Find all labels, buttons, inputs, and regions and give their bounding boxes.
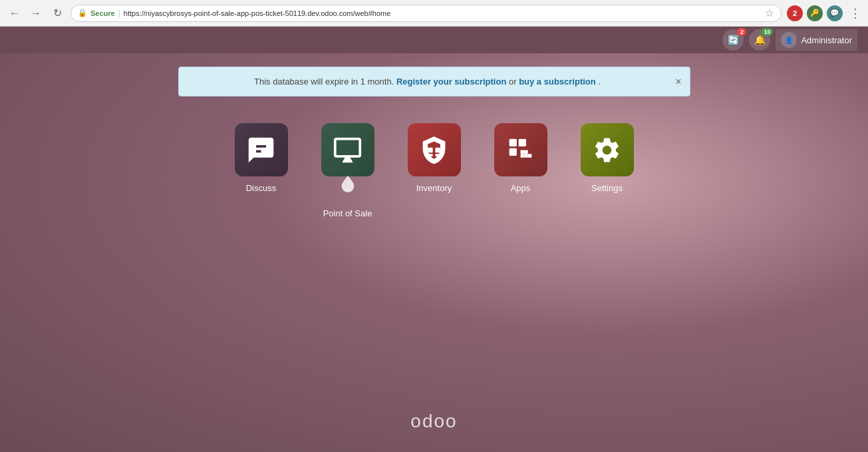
svg-rect-6 — [509, 148, 517, 155]
notification-or: or — [509, 77, 519, 87]
buy-subscription-link[interactable]: buy a subscription — [519, 77, 596, 87]
svg-rect-5 — [519, 138, 526, 146]
svg-rect-1 — [435, 147, 440, 152]
register-subscription-link[interactable]: Register your subscription — [396, 77, 506, 87]
inventory-label: Inventory — [416, 183, 452, 193]
svg-rect-3 — [435, 154, 440, 156]
droplet-svg — [337, 174, 359, 195]
svg-rect-11 — [521, 150, 525, 154]
forward-button[interactable]: → — [28, 5, 44, 21]
update-badge: 2 — [737, 28, 746, 36]
app-apps[interactable]: Apps — [488, 123, 554, 193]
admin-menu[interactable]: 👤 Administrator — [776, 29, 857, 51]
browser-extensions: 2 🔑 💬 ⋮ — [787, 5, 861, 21]
odoo-footer: odoo — [410, 411, 457, 432]
svg-rect-9 — [524, 154, 528, 158]
pos-svg — [333, 135, 362, 165]
apps-svg — [506, 135, 535, 165]
pos-wrapper — [321, 123, 374, 176]
browser-chrome: ← → ↻ 🔒 Secure | https://niyascybrosys-p… — [0, 0, 868, 27]
svg-rect-4 — [509, 138, 517, 146]
pos-label: Point of Sale — [323, 208, 372, 218]
odoo-topbar: 🔄 2 🔔 10 👤 Administrator — [0, 27, 868, 53]
close-banner-button[interactable]: × — [675, 76, 681, 88]
url-text: https://niyascybrosys-point-of-sale-app-… — [124, 9, 391, 17]
app-pos[interactable]: Point of Sale — [315, 123, 381, 218]
apps-grid: Discuss Point of Sale — [228, 123, 641, 218]
secure-label: Secure — [90, 9, 115, 17]
bookmark-button[interactable]: ☆ — [765, 7, 774, 19]
apps-label: Apps — [511, 183, 531, 193]
apps-icon — [494, 123, 547, 176]
notification-banner: This database will expire in 1 month. Re… — [178, 67, 690, 97]
svg-rect-7 — [524, 150, 528, 154]
extension-2[interactable]: 🔑 — [807, 5, 823, 21]
notification-icon[interactable]: 🔔 10 — [749, 29, 770, 51]
extension-1[interactable]: 2 — [787, 5, 803, 21]
refresh-button[interactable]: ↻ — [49, 5, 65, 21]
update-icon[interactable]: 🔄 2 — [722, 29, 744, 51]
admin-label: Administrator — [801, 35, 852, 45]
notification-period: . — [598, 77, 601, 87]
svg-rect-8 — [528, 154, 532, 158]
odoo-logo: odoo — [410, 411, 457, 432]
browser-menu-button[interactable]: ⋮ — [849, 6, 861, 21]
svg-rect-0 — [428, 147, 433, 152]
extension-3[interactable]: 💬 — [827, 5, 843, 21]
svg-rect-10 — [521, 154, 525, 158]
separator: | — [118, 9, 120, 18]
inventory-icon — [408, 123, 461, 176]
lock-icon: 🔒 — [78, 9, 87, 17]
discuss-icon — [235, 123, 288, 176]
notification-text-before: This database will expire in 1 month. — [254, 77, 394, 87]
discuss-svg — [246, 135, 276, 165]
notification-badge: 10 — [761, 28, 773, 36]
app-settings[interactable]: Settings — [574, 123, 641, 193]
settings-svg — [592, 135, 622, 165]
svg-rect-2 — [428, 154, 433, 156]
settings-label: Settings — [591, 183, 623, 193]
admin-avatar: 👤 — [781, 32, 797, 48]
pos-sub-icon — [337, 174, 359, 195]
settings-icon — [581, 123, 634, 176]
back-button[interactable]: ← — [7, 5, 23, 21]
app-inventory[interactable]: Inventory — [401, 123, 468, 193]
discuss-label: Discuss — [246, 183, 277, 193]
address-bar[interactable]: 🔒 Secure | https://niyascybrosys-point-o… — [71, 5, 782, 22]
main-content: This database will expire in 1 month. Re… — [0, 53, 868, 218]
inventory-svg — [419, 135, 449, 165]
pos-icon — [321, 123, 374, 176]
app-discuss[interactable]: Discuss — [228, 123, 295, 193]
